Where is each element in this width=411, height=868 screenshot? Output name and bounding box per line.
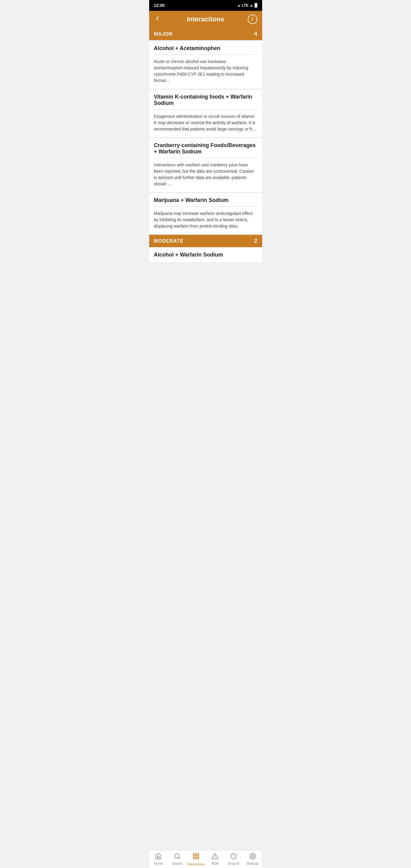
nav-adr[interactable]: ADR — [205, 853, 224, 865]
interaction-card-1[interactable]: Alcohol + Acetaminophen Acute or chronic… — [149, 41, 262, 89]
nav-interactions[interactable]: Interactions — [187, 852, 206, 866]
nav-home-label: Home — [154, 862, 163, 865]
moderate-section-header: MODERATE 2 — [149, 235, 262, 247]
card-body-4: Marijuana may increase warfarin anticoag… — [149, 207, 262, 234]
nav-interactions-label: Interactions — [187, 862, 204, 866]
content-area: MAJOR 4 Alcohol + Acetaminophen Acute or… — [149, 28, 262, 283]
moderate-count: 2 — [254, 238, 257, 244]
bottom-nav: Home Search Interactions — [149, 850, 262, 868]
nav-adr-label: ADR — [212, 862, 218, 865]
nav-settings[interactable]: Settings — [243, 853, 262, 865]
status-icons: ▲ LTE ▲ ▉ — [237, 3, 257, 7]
adr-icon — [212, 853, 218, 861]
nav-search[interactable]: Search — [168, 853, 187, 865]
battery-icon: ▉ — [255, 3, 257, 7]
card-title-4: Marijuana + Warfarin Sodium — [149, 193, 262, 207]
moderate-card-title-1: Alcohol + Warfarin Sodium — [154, 252, 257, 258]
info-button[interactable]: i — [248, 14, 257, 24]
lte-icon: LTE — [242, 3, 249, 7]
wifi-icon: ▲ — [237, 3, 241, 7]
status-bar: 12:00 ▲ LTE ▲ ▉ — [149, 0, 262, 11]
signal-icon: ▲ — [250, 3, 253, 7]
status-time: 12:00 — [154, 3, 165, 8]
card-title-1: Alcohol + Acetaminophen — [149, 41, 262, 55]
svg-line-1 — [179, 858, 180, 859]
settings-icon — [249, 853, 256, 861]
nav-drug-id[interactable]: Drug ID — [224, 853, 244, 865]
interaction-card-2[interactable]: Vitamin K-containing foods + Warfarin So… — [149, 89, 262, 137]
nav-home[interactable]: Home — [149, 853, 168, 865]
header: Interactions i — [149, 11, 262, 28]
card-title-2: Vitamin K-containing foods + Warfarin So… — [149, 90, 262, 110]
search-icon — [174, 853, 181, 861]
moderate-card-1[interactable]: Alcohol + Warfarin Sodium — [149, 247, 262, 262]
major-section-header: MAJOR 4 — [149, 28, 262, 40]
card-body-2: Exogenous administration or occult sourc… — [149, 110, 262, 137]
major-count: 4 — [254, 31, 257, 37]
interactions-icon — [192, 852, 200, 861]
back-button[interactable] — [154, 15, 164, 24]
nav-search-label: Search — [172, 862, 183, 865]
drug-id-icon — [230, 853, 237, 861]
card-body-3: Interactions with warfarin and cranberry… — [149, 158, 262, 192]
interaction-card-3[interactable]: Cranberry-containing Foods/Beverages + W… — [149, 138, 262, 192]
card-body-1: Acute or chronic alcohol use increases a… — [149, 55, 262, 89]
moderate-label: MODERATE — [154, 239, 184, 244]
home-icon — [155, 853, 162, 861]
nav-drug-id-label: Drug ID — [228, 862, 240, 865]
page-title: Interactions — [164, 16, 248, 23]
interaction-card-4[interactable]: Marijuana + Warfarin Sodium Marijuana ma… — [149, 193, 262, 234]
nav-settings-label: Settings — [247, 862, 258, 865]
major-label: MAJOR — [154, 31, 173, 37]
svg-point-7 — [252, 855, 254, 857]
card-title-3: Cranberry-containing Foods/Beverages + W… — [149, 138, 262, 158]
